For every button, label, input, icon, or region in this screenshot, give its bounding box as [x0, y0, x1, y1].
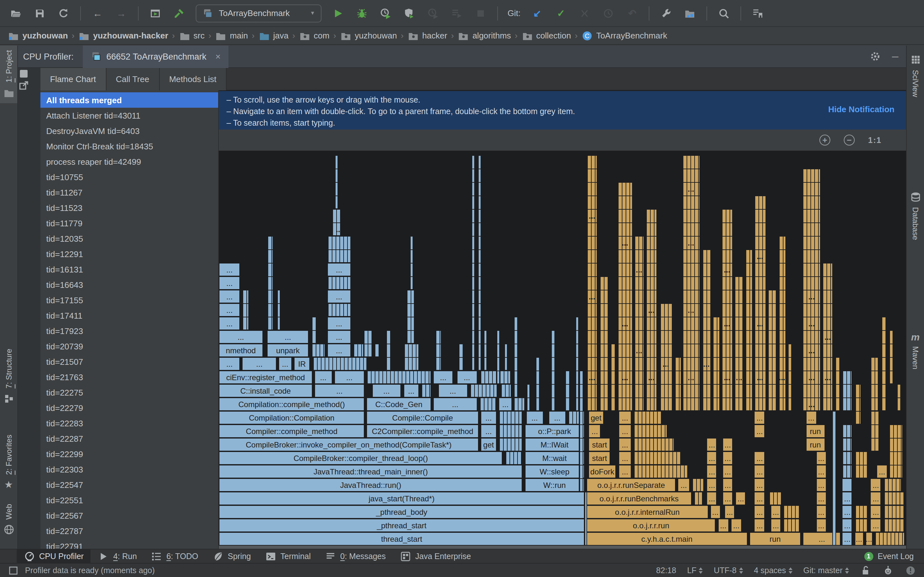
flame-frame[interactable]: ... — [718, 519, 729, 532]
flame-frame[interactable] — [883, 519, 905, 532]
flame-frame[interactable] — [599, 276, 609, 411]
lock-open-button[interactable] — [860, 564, 871, 576]
flame-frame[interactable] — [842, 451, 853, 465]
flame-frame[interactable]: ... — [334, 371, 365, 384]
hide-notification-link[interactable]: Hide Notification — [828, 105, 895, 114]
flame-frame[interactable] — [803, 169, 821, 411]
breadcrumb-item[interactable]: algorithms — [458, 30, 511, 41]
flame-frame[interactable]: CompileBroker::invoke_compiler_on_method… — [219, 438, 479, 451]
flame-frame[interactable]: Compiler::compile_method — [219, 424, 365, 438]
tool-window-button-favorites[interactable]: 2: Favorites★ — [0, 430, 17, 493]
git-commit-button[interactable]: ✓ — [554, 6, 568, 20]
flame-frame[interactable] — [633, 411, 662, 424]
flame-frame[interactable]: ... — [754, 424, 765, 438]
flame-frame[interactable]: W::sleep — [525, 465, 584, 478]
flame-frame[interactable] — [712, 317, 720, 411]
toolwindow-bar-todo[interactable]: 6: TODO — [144, 549, 205, 563]
run-config-disabled-button[interactable] — [450, 6, 464, 20]
save-button[interactable] — [33, 6, 47, 20]
flame-frame[interactable] — [633, 438, 675, 451]
flame-frame[interactable] — [331, 209, 341, 236]
breadcrumb-item[interactable]: collection — [521, 30, 571, 41]
thread-list-item[interactable]: tid=17155 — [40, 292, 218, 308]
flame-frame[interactable]: ... — [372, 384, 401, 398]
flame-frame[interactable]: ... — [314, 371, 333, 384]
flame-frame[interactable] — [327, 236, 351, 263]
thread-list-item[interactable]: DestroyJavaVM tid=6403 — [40, 123, 218, 139]
flame-frame[interactable] — [767, 290, 777, 411]
profiler-disabled-button[interactable] — [426, 6, 440, 20]
flame-frame[interactable]: ... — [457, 371, 477, 384]
flame-frame[interactable] — [242, 290, 249, 330]
flame-frame[interactable]: java_start(Thread*) — [219, 492, 585, 505]
flame-frame[interactable] — [458, 343, 463, 371]
zoom-in-icon[interactable]: + — [819, 135, 830, 145]
flame-frame[interactable]: ... — [722, 438, 733, 451]
flame-frame[interactable]: ... — [327, 343, 351, 357]
flame-frame[interactable] — [586, 155, 598, 411]
flame-frame[interactable] — [633, 451, 682, 465]
flame-frame[interactable]: ... — [722, 478, 733, 492]
git-update-button[interactable]: ↙ — [530, 6, 544, 20]
thread-list-item[interactable]: tid=22551 — [40, 492, 218, 508]
flame-frame[interactable]: ... — [219, 276, 240, 290]
thread-list-item[interactable]: tid=12035 — [40, 231, 218, 246]
flame-frame[interactable] — [633, 465, 688, 478]
git-rollback-button[interactable]: ↶ — [625, 6, 639, 20]
flame-frame[interactable] — [480, 371, 511, 384]
flame-frame[interactable] — [311, 317, 317, 343]
flame-frame[interactable]: run — [806, 424, 825, 438]
flame-frame[interactable]: Compilation::Compilation — [219, 411, 365, 424]
build-hammer-button[interactable] — [172, 6, 186, 20]
flame-frame[interactable]: CompileBroker::compiler_thread_loop() — [219, 451, 503, 465]
git-history-button[interactable] — [601, 6, 615, 20]
flame-frame[interactable]: ... — [588, 424, 601, 438]
flame-frame[interactable] — [575, 317, 579, 411]
toolwindow-bar-terminal[interactable]: Terminal — [258, 549, 318, 563]
profiler-session-tab[interactable]: 66652 ToArrayBenchmark × — [83, 45, 228, 68]
flame-frame[interactable] — [855, 519, 867, 532]
breadcrumb-item[interactable]: yuzhouwan — [340, 30, 397, 41]
flame-frame[interactable] — [505, 451, 523, 465]
flame-frame[interactable] — [363, 330, 372, 357]
flame-frame[interactable]: ... — [327, 317, 351, 330]
flame-frame[interactable]: ... — [219, 317, 240, 330]
thread-list-item[interactable]: Monitor Ctrl-Break tid=18435 — [40, 139, 218, 154]
flame-frame[interactable]: ciEnv::register_method — [219, 371, 312, 384]
flame-frame[interactable] — [835, 357, 841, 411]
flame-frame[interactable]: C::Code_Gen — [367, 398, 431, 411]
toolwindow-bar-cpuprofiler[interactable]: CPU Profiler — [17, 549, 91, 563]
minimize-icon[interactable]: ─ — [892, 51, 898, 61]
debug-button[interactable] — [355, 6, 369, 20]
flame-frame[interactable]: ... — [754, 465, 765, 478]
flame-frame[interactable]: ... — [219, 303, 240, 317]
flame-frame[interactable] — [871, 357, 879, 411]
thread-list-item[interactable]: tid=20739 — [40, 338, 218, 354]
flame-frame[interactable] — [334, 155, 338, 209]
tool-window-button-database[interactable]: Database — [907, 187, 924, 245]
flame-frame[interactable]: ... — [754, 411, 765, 424]
flame-frame[interactable]: ... — [816, 505, 826, 519]
flame-frame[interactable] — [659, 303, 672, 411]
flame-frame[interactable] — [499, 424, 523, 438]
flame-frame[interactable] — [276, 290, 280, 330]
flame-frame[interactable]: JavaThread::run() — [219, 478, 523, 492]
flame-frame[interactable]: ... — [707, 438, 717, 451]
thread-list-item[interactable]: tid=21763 — [40, 369, 218, 385]
flame-frame[interactable]: nmethod — [219, 343, 263, 357]
flame-frame[interactable]: o.o.j.r.r.runSeparate — [586, 478, 676, 492]
flame-frame[interactable]: ... — [619, 465, 632, 478]
run-with-profiler-button[interactable] — [379, 6, 393, 20]
alert-circle-button[interactable] — [905, 564, 916, 576]
flame-frame[interactable] — [579, 371, 583, 492]
thread-list-item[interactable]: tid=22299 — [40, 446, 218, 462]
flame-frame[interactable]: Compile::Compile — [367, 411, 479, 424]
flame-frame[interactable]: run — [806, 438, 825, 451]
thread-list-item[interactable]: tid=22275 — [40, 385, 218, 400]
status-widget-8218[interactable]: 82:18 — [656, 566, 676, 575]
flame-frame[interactable]: ... — [707, 478, 717, 492]
flame-frame[interactable] — [367, 371, 431, 384]
flame-frame[interactable]: ... — [871, 478, 881, 492]
thread-list-item[interactable]: tid=17923 — [40, 323, 218, 338]
flame-frame[interactable]: o::P::park — [525, 424, 584, 438]
